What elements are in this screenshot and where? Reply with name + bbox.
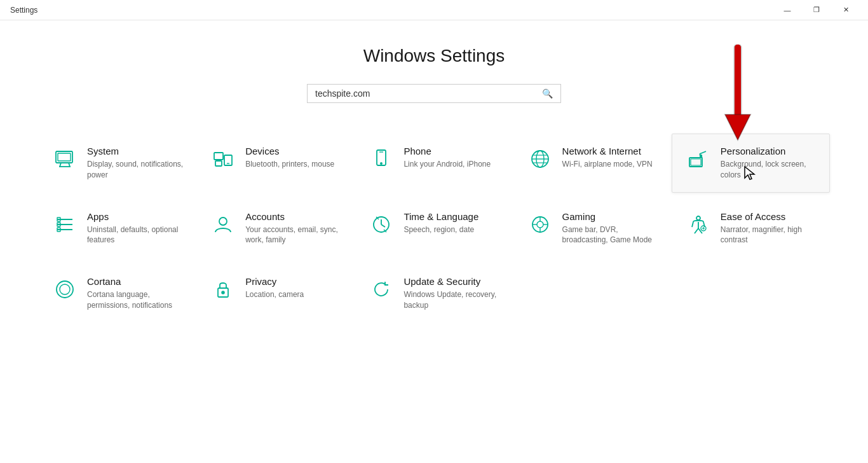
- svg-point-38: [696, 216, 700, 220]
- settings-item-personalization[interactable]: Personalization Background, lock screen,…: [672, 134, 830, 193]
- svg-point-33: [537, 221, 543, 228]
- svg-line-31: [381, 225, 385, 227]
- search-wrapper: 🔍: [38, 84, 830, 103]
- time-icon: [368, 211, 395, 238]
- accounts-title: Accounts: [245, 211, 341, 222]
- update-title: Update & Security: [403, 276, 499, 287]
- devices-title: Devices: [245, 146, 334, 156]
- search-icon: 🔍: [542, 88, 553, 99]
- svg-rect-5: [214, 153, 223, 160]
- network-text: Network & Internet Wi-Fi, airplane mode,…: [562, 146, 653, 170]
- privacy-icon: [210, 276, 236, 303]
- personalization-desc: Background, lock screen, colors: [721, 159, 817, 181]
- settings-item-update[interactable]: Update & Security Windows Update, recove…: [355, 264, 513, 323]
- cortana-icon: [51, 276, 78, 303]
- personalization-title: Personalization: [721, 146, 817, 156]
- svg-point-45: [222, 291, 224, 294]
- ease-desc: Narrator, magnifier, high contrast: [721, 225, 817, 246]
- time-desc: Speech, region, date: [403, 225, 478, 235]
- accounts-icon: [210, 211, 236, 238]
- gaming-title: Gaming: [562, 211, 658, 222]
- minimize-button[interactable]: —: [773, 0, 802, 20]
- network-desc: Wi-Fi, airplane mode, VPN: [562, 159, 653, 170]
- close-button[interactable]: ✕: [831, 0, 860, 20]
- settings-item-cortana[interactable]: Cortana Cortana language, permissions, n…: [38, 264, 196, 323]
- ease-title: Ease of Access: [721, 211, 817, 222]
- search-bar[interactable]: 🔍: [307, 84, 561, 103]
- gaming-text: Gaming Game bar, DVR, broadcasting, Game…: [562, 211, 658, 246]
- system-title: System: [87, 146, 183, 156]
- maximize-button[interactable]: ❐: [802, 0, 831, 20]
- devices-icon: [210, 146, 236, 172]
- privacy-title: Privacy: [245, 276, 304, 287]
- devices-desc: Bluetooth, printers, mouse: [245, 159, 334, 170]
- svg-point-10: [381, 163, 382, 164]
- time-text: Time & Language Speech, region, date: [403, 211, 478, 235]
- privacy-desc: Location, camera: [245, 289, 304, 300]
- privacy-text: Privacy Location, camera: [245, 276, 304, 300]
- svg-point-43: [60, 284, 70, 294]
- system-icon: [51, 146, 78, 172]
- title-bar: Settings — ❐ ✕: [0, 0, 868, 20]
- update-desc: Windows Update, recovery, backup: [403, 289, 499, 311]
- settings-item-system[interactable]: System Display, sound, notifications, po…: [38, 134, 196, 193]
- network-icon: [527, 146, 553, 172]
- settings-item-time[interactable]: Time & Language Speech, region, date: [355, 199, 513, 258]
- phone-desc: Link your Android, iPhone: [403, 159, 491, 170]
- cortana-desc: Cortana language, permissions, notificat…: [87, 289, 183, 311]
- settings-item-apps[interactable]: Apps Uninstall, defaults, optional featu…: [38, 199, 196, 258]
- update-icon: [368, 276, 395, 303]
- accounts-text: Accounts Your accounts, email, sync, wor…: [245, 211, 341, 246]
- devices-text: Devices Bluetooth, printers, mouse: [245, 146, 334, 170]
- settings-main: Windows Settings 🔍 System Display, sound…: [0, 20, 868, 336]
- settings-grid: System Display, sound, notifications, po…: [38, 134, 830, 323]
- svg-point-42: [57, 281, 73, 298]
- settings-item-network[interactable]: Network & Internet Wi-Fi, airplane mode,…: [513, 134, 672, 193]
- phone-title: Phone: [403, 146, 491, 156]
- page-title: Windows Settings: [38, 46, 830, 66]
- app-title: Settings: [10, 6, 37, 15]
- settings-item-phone[interactable]: Phone Link your Android, iPhone: [355, 134, 513, 193]
- svg-rect-6: [215, 161, 222, 166]
- svg-rect-4: [58, 153, 71, 161]
- svg-rect-18: [691, 159, 701, 165]
- ease-text: Ease of Access Narrator, magnifier, high…: [721, 211, 817, 246]
- settings-item-devices[interactable]: Devices Bluetooth, printers, mouse: [196, 134, 355, 193]
- cortana-title: Cortana: [87, 276, 183, 287]
- apps-desc: Uninstall, defaults, optional features: [87, 225, 183, 246]
- apps-text: Apps Uninstall, defaults, optional featu…: [87, 211, 183, 246]
- apps-icon: [51, 211, 78, 238]
- gaming-desc: Game bar, DVR, broadcasting, Game Mode: [562, 225, 658, 246]
- svg-point-28: [219, 218, 227, 225]
- personalization-text: Personalization Background, lock screen,…: [721, 146, 817, 181]
- cortana-text: Cortana Cortana language, permissions, n…: [87, 276, 183, 311]
- update-text: Update & Security Windows Update, recove…: [403, 276, 499, 311]
- apps-title: Apps: [87, 211, 183, 222]
- ease-icon: [685, 211, 712, 238]
- gaming-icon: [527, 211, 553, 238]
- time-title: Time & Language: [403, 211, 478, 222]
- phone-text: Phone Link your Android, iPhone: [403, 146, 491, 170]
- system-desc: Display, sound, notifications, power: [87, 159, 183, 181]
- system-text: System Display, sound, notifications, po…: [87, 146, 183, 181]
- svg-line-19: [700, 151, 706, 154]
- settings-item-privacy[interactable]: Privacy Location, camera: [196, 264, 355, 323]
- settings-item-accounts[interactable]: Accounts Your accounts, email, sync, wor…: [196, 199, 355, 258]
- settings-item-ease[interactable]: Ease of Access Narrator, magnifier, high…: [672, 199, 830, 258]
- window-controls: — ❐ ✕: [773, 0, 860, 20]
- settings-item-gaming[interactable]: Gaming Game bar, DVR, broadcasting, Game…: [513, 199, 672, 258]
- network-title: Network & Internet: [562, 146, 653, 156]
- accounts-desc: Your accounts, email, sync, work, family: [245, 225, 341, 246]
- personalization-icon: [685, 146, 712, 172]
- search-input[interactable]: [315, 88, 542, 99]
- phone-icon: [368, 146, 395, 172]
- svg-point-21: [700, 155, 702, 157]
